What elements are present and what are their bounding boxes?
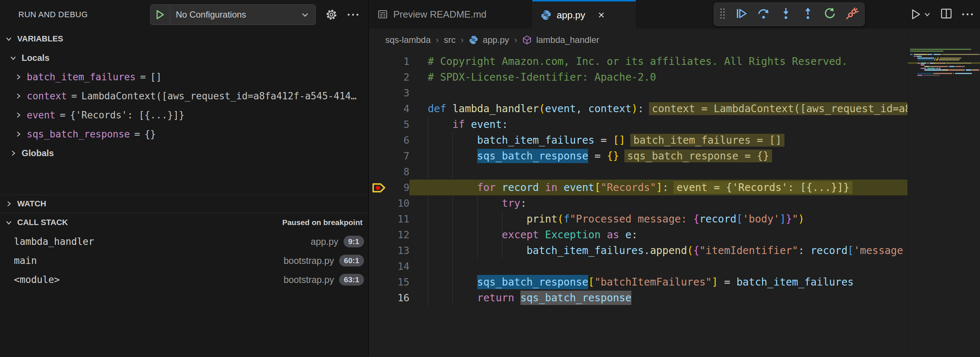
breakpoint-gutter[interactable] — [369, 54, 388, 69]
call-stack-frame[interactable]: mainbootstrap.py60:1 — [0, 251, 368, 270]
variables-header-label: VARIABLES — [17, 34, 64, 44]
breakpoint-gutter[interactable] — [369, 132, 388, 148]
line-number: 1 — [388, 54, 409, 69]
chevron-down-icon — [5, 35, 13, 43]
variable-row[interactable]: event={'Records': [{...}]} — [0, 105, 368, 124]
close-tab-icon[interactable] — [597, 11, 606, 19]
call-stack-frame[interactable]: lambda_handlerapp.py9:1 — [0, 232, 368, 251]
minimap[interactable] — [907, 29, 980, 357]
gear-icon[interactable] — [325, 8, 338, 21]
breakpoint-gutter[interactable] — [369, 274, 388, 290]
code-line[interactable]: 16 return sqs_batch_response — [369, 290, 907, 306]
code-editor[interactable]: 1# Copyright Amazon.com, Inc. or its aff… — [369, 51, 907, 357]
frame-file: bootstrap.py — [283, 255, 334, 266]
disconnect-button[interactable] — [845, 7, 859, 22]
configurations-label: No Configurations — [170, 10, 301, 20]
breakpoint-gutter[interactable] — [369, 211, 388, 227]
variable-row[interactable]: sqs_batch_response={} — [0, 124, 368, 144]
configurations-dropdown[interactable]: No Configurations — [150, 5, 316, 25]
locals-scope-row[interactable]: Locals — [0, 48, 368, 67]
code-line[interactable]: 7 sqs_batch_response = {}sqs_batch_respo… — [369, 148, 907, 164]
editor-group: Preview README.md app.py — [369, 0, 980, 357]
line-number: 14 — [388, 258, 409, 274]
breakpoint-gutter[interactable] — [369, 227, 388, 243]
breakpoint-gutter[interactable] — [369, 101, 388, 116]
code-text — [409, 164, 907, 180]
code-line[interactable]: 15 sqs_batch_response["batchItemFailures… — [369, 274, 907, 290]
breadcrumb-file[interactable]: app.py — [483, 35, 509, 45]
code-line[interactable]: 12 except Exception as e: — [369, 227, 907, 243]
disconnect-icon — [845, 7, 859, 20]
code-line[interactable]: 11 print(f"Processed message: {record['b… — [369, 211, 907, 227]
variable-row[interactable]: context=LambdaContext([aws_request_id=a8… — [0, 86, 368, 105]
editor-actions — [910, 0, 974, 29]
code-text: sqs_batch_response["batchItemFailures"] … — [409, 274, 907, 290]
code-text: try: — [409, 195, 907, 211]
breakpoint-gutter[interactable] — [369, 164, 388, 180]
tab-label: app.py — [557, 10, 585, 21]
frame-name: main — [14, 255, 278, 266]
breadcrumb-folder[interactable]: src — [444, 35, 456, 45]
code-line[interactable]: 3 — [369, 85, 907, 101]
breakpoint-gutter[interactable] — [369, 290, 388, 306]
code-line[interactable]: 6 batch_item_failures = []batch_item_fai… — [369, 132, 907, 148]
variable-name: sqs_batch_response — [27, 129, 130, 140]
globals-scope-row[interactable]: Globals — [0, 144, 368, 163]
variables-section-header[interactable]: VARIABLES — [0, 29, 368, 48]
breakpoint-gutter[interactable] — [369, 180, 388, 195]
breakpoint-gutter[interactable] — [369, 69, 388, 85]
run-python-file-button[interactable] — [910, 8, 931, 20]
breakpoint-gutter[interactable] — [369, 195, 388, 211]
breadcrumb-symbol[interactable]: lambda_handler — [536, 35, 599, 45]
chevron-down-icon — [301, 10, 315, 19]
tab-preview-readme[interactable]: Preview README.md — [369, 0, 533, 29]
chevron-right-icon — [9, 149, 17, 157]
frame-position-badge: 9:1 — [344, 236, 364, 247]
split-editor-button[interactable] — [940, 8, 952, 21]
code-line[interactable]: 1# Copyright Amazon.com, Inc. or its aff… — [369, 54, 907, 69]
code-line[interactable]: 8 — [369, 164, 907, 180]
start-debugging-button[interactable] — [151, 5, 170, 25]
tab-app-py[interactable]: app.py — [533, 0, 636, 29]
code-line[interactable]: 14 — [369, 258, 907, 274]
code-line[interactable]: 5 if event: — [369, 116, 907, 132]
code-text: sqs_batch_response = {}sqs_batch_respons… — [409, 148, 907, 164]
line-number: 7 — [388, 148, 409, 164]
call-stack-section-header[interactable]: CALL STACK Paused on breakpoint — [0, 213, 368, 232]
step-out-button[interactable] — [801, 7, 815, 22]
variable-row[interactable]: batch_item_failures=[] — [0, 67, 368, 86]
restart-button[interactable] — [823, 7, 837, 22]
more-actions-icon[interactable] — [347, 13, 359, 16]
tab-bar: Preview README.md app.py — [369, 0, 980, 29]
code-line[interactable]: 13 batch_item_failures.append({"itemIden… — [369, 243, 907, 258]
breakpoint-gutter[interactable] — [369, 148, 388, 164]
watch-section-header[interactable]: WATCH — [0, 195, 368, 213]
code-line[interactable]: 4def lambda_handler(event, context):cont… — [369, 101, 907, 116]
call-stack-frame[interactable]: <module>bootstrap.py63:1 — [0, 270, 368, 289]
breakpoint-gutter[interactable] — [369, 243, 388, 258]
chevron-right-icon — [14, 73, 22, 81]
chevron-down-icon — [9, 54, 17, 62]
breakpoint-gutter[interactable] — [369, 85, 388, 101]
more-actions-icon[interactable] — [962, 11, 974, 18]
code-line[interactable]: 2# SPDX-License-Identifier: Apache-2.0 — [369, 69, 907, 85]
line-number: 9 — [388, 180, 409, 195]
line-number: 3 — [388, 85, 409, 101]
continue-button[interactable] — [735, 7, 748, 22]
breakpoint-gutter[interactable] — [369, 258, 388, 274]
chevron-down-icon — [5, 218, 13, 226]
step-over-button[interactable] — [757, 7, 770, 22]
code-line[interactable]: 9 for record in event["Records"]:event =… — [369, 180, 907, 195]
chevron-down-icon — [924, 11, 931, 18]
restart-icon — [823, 7, 837, 20]
breakpoint-gutter[interactable] — [369, 116, 388, 132]
code-text — [409, 258, 907, 274]
line-number: 11 — [388, 211, 409, 227]
breadcrumb-folder[interactable]: sqs-lambda — [385, 35, 431, 45]
variable-value: {'Records': [{...}]} — [70, 110, 185, 121]
python-file-icon — [541, 10, 552, 21]
step-into-button[interactable] — [779, 7, 792, 22]
line-number: 5 — [388, 116, 409, 132]
toolbar-gripper-icon[interactable] — [719, 7, 726, 22]
code-line[interactable]: 10 try: — [369, 195, 907, 211]
